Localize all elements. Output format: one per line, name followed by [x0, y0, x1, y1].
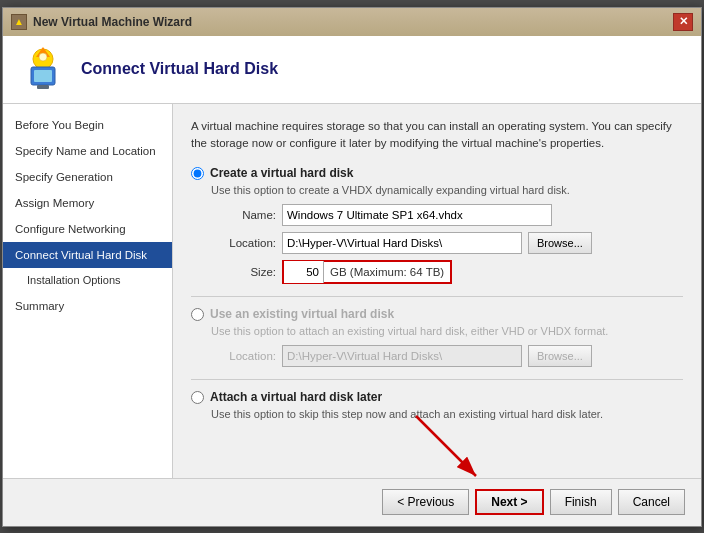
attach-later-radio[interactable]	[191, 391, 204, 404]
size-row: Size: GB (Maximum: 64 TB)	[211, 260, 683, 284]
attach-later-label: Attach a virtual hard disk later	[210, 390, 382, 404]
divider-1	[191, 296, 683, 297]
existing-vhd-fields: Location: Browse...	[211, 345, 683, 367]
header-band: Connect Virtual Hard Disk	[3, 36, 701, 104]
sidebar-item-before-you-begin[interactable]: Before You Begin	[3, 112, 172, 138]
location-input[interactable]	[282, 232, 522, 254]
title-bar: ▲ New Virtual Machine Wizard ✕	[3, 8, 701, 36]
svg-rect-3	[34, 70, 52, 82]
browse-button-existing: Browse...	[528, 345, 592, 367]
sidebar-item-assign-memory[interactable]: Assign Memory	[3, 190, 172, 216]
existing-location-label: Location:	[211, 350, 276, 362]
existing-vhd-label: Use an existing virtual hard disk	[210, 307, 394, 321]
attach-later-radio-label[interactable]: Attach a virtual hard disk later	[191, 390, 683, 404]
sidebar-item-summary[interactable]: Summary	[3, 293, 172, 319]
name-input[interactable]	[282, 204, 552, 226]
svg-point-5	[39, 53, 47, 61]
sidebar-item-installation-options[interactable]: Installation Options	[3, 268, 172, 293]
finish-button[interactable]: Finish	[550, 489, 612, 515]
create-vhd-fields: Name: Location: Browse... Size: GB (Maxi…	[211, 204, 683, 284]
existing-location-input	[282, 345, 522, 367]
browse-button-create[interactable]: Browse...	[528, 232, 592, 254]
location-row: Location: Browse...	[211, 232, 683, 254]
name-row: Name:	[211, 204, 683, 226]
create-vhd-sub-text: Use this option to create a VHDX dynamic…	[211, 184, 683, 196]
close-button[interactable]: ✕	[673, 13, 693, 31]
title-bar-left: ▲ New Virtual Machine Wizard	[11, 14, 192, 30]
existing-vhd-group: Use an existing virtual hard disk Use th…	[191, 307, 683, 367]
description-text: A virtual machine requires storage so th…	[191, 118, 683, 153]
wizard-icon	[19, 45, 67, 93]
footer: < Previous Next > Finish Cancel	[3, 478, 701, 526]
create-vhd-group: Create a virtual hard disk Use this opti…	[191, 166, 683, 284]
previous-button[interactable]: < Previous	[382, 489, 469, 515]
sidebar-item-connect-vhd[interactable]: Connect Virtual Hard Disk	[3, 242, 172, 268]
existing-vhd-radio-label[interactable]: Use an existing virtual hard disk	[191, 307, 683, 321]
main-content: A virtual machine requires storage so th…	[173, 104, 701, 478]
window-title: New Virtual Machine Wizard	[33, 15, 192, 29]
sidebar: Before You Begin Specify Name and Locati…	[3, 104, 173, 478]
divider-2	[191, 379, 683, 380]
size-container: GB (Maximum: 64 TB)	[282, 260, 452, 284]
page-title: Connect Virtual Hard Disk	[81, 60, 278, 78]
existing-location-row: Location: Browse...	[211, 345, 683, 367]
sidebar-item-specify-name[interactable]: Specify Name and Location	[3, 138, 172, 164]
svg-rect-4	[37, 85, 49, 89]
create-vhd-radio-label[interactable]: Create a virtual hard disk	[191, 166, 683, 180]
size-input[interactable]	[284, 261, 324, 283]
content-area: Before You Begin Specify Name and Locati…	[3, 104, 701, 478]
location-label: Location:	[211, 237, 276, 249]
create-vhd-label: Create a virtual hard disk	[210, 166, 353, 180]
window-icon: ▲	[11, 14, 27, 30]
create-vhd-radio[interactable]	[191, 167, 204, 180]
wizard-window: ▲ New Virtual Machine Wizard ✕ Connect V…	[2, 7, 702, 527]
sidebar-item-configure-networking[interactable]: Configure Networking	[3, 216, 172, 242]
attach-later-group: Attach a virtual hard disk later Use thi…	[191, 390, 683, 420]
cancel-button[interactable]: Cancel	[618, 489, 685, 515]
size-unit: GB (Maximum: 64 TB)	[324, 266, 450, 278]
name-label: Name:	[211, 209, 276, 221]
size-label: Size:	[211, 266, 276, 278]
sidebar-item-specify-generation[interactable]: Specify Generation	[3, 164, 172, 190]
existing-vhd-radio[interactable]	[191, 308, 204, 321]
attach-later-sub-text: Use this option to skip this step now an…	[211, 408, 683, 420]
existing-vhd-sub-text: Use this option to attach an existing vi…	[211, 325, 683, 337]
next-button[interactable]: Next >	[475, 489, 543, 515]
